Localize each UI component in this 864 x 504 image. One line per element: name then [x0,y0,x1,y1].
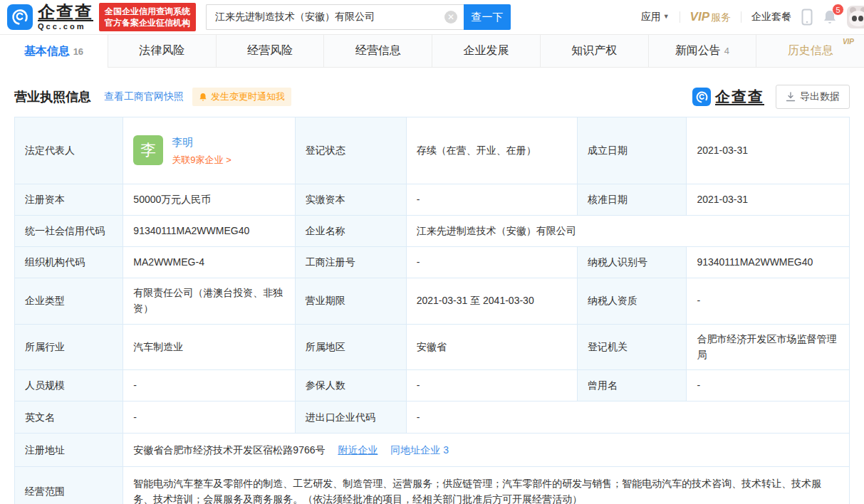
tab-legal-risk[interactable]: 法律风险 [108,35,217,67]
credit-system-badge-line1: 全国企业信用查询系统 [105,6,190,17]
field-label-paid-capital: 实缴资本 [295,184,406,216]
table-row: 法定代表人 李 李明 关联9家企业 > 登记状态 存续（在营、开业、在册） 成立… [15,117,850,184]
field-label-import-export-code: 进出口企业代码 [295,401,406,434]
field-label-legal-rep: 法定代表人 [15,117,123,184]
field-label-industry: 所属行业 [15,325,123,370]
field-label-company-type: 企业类型 [15,278,123,325]
field-label-registration-status: 登记状态 [295,117,406,184]
field-value-import-export-code: - [406,401,849,434]
vip-tag: VIP [843,38,854,46]
search-button[interactable]: 查一下 [464,4,511,30]
notification-count-badge: 5 [832,4,844,16]
field-value-business-term: 2021-03-31 至 2041-03-30 [406,278,577,325]
related-companies-link[interactable]: 关联9家企业 > [172,153,231,167]
field-value-approval-date: 2021-03-31 [687,184,850,216]
qcc-logo-text: 企查查 [38,2,93,21]
field-value-registered-capital: 50000万元人民币 [123,184,295,216]
field-label-taxpayer-qualification: 纳税人资质 [577,278,687,325]
table-row: 所属行业 汽车制造业 所属地区 安徽省 登记机关 合肥市经济开发区市场监督管理局 [15,325,850,370]
notification-bell-icon[interactable]: 5 [823,9,837,25]
table-row: 经营范围 智能电动汽车整车及零部件的制造、工艺研发、制造管理、运营服务；供应链管… [15,467,850,504]
field-label-staff-size: 人员规模 [15,370,123,401]
enterprise-package-menu[interactable]: 企业套餐 [751,11,791,23]
tab-news-announcements[interactable]: 新闻公告4 [649,35,757,67]
table-row: 组织机构代码 MA2WWMEG-4 工商注册号 - 纳税人识别号 9134011… [15,247,850,278]
change-notify-chip[interactable]: 发生变更时通知我 [192,88,291,106]
vip-service-menu[interactable]: VIP服务 [690,10,731,24]
field-value-english-name: - [123,401,295,434]
section-header: 营业执照信息 查看工商官网快照 发生变更时通知我 企查查 [14,85,850,109]
legal-rep-avatar: 李 [133,135,163,165]
field-value-company-type: 有限责任公司（港澳台投资、非独资） [123,278,295,325]
qcc-logo[interactable]: 企查查 Qcc.com [7,4,93,31]
main-content: 营业执照信息 查看工商官网快照 发生变更时通知我 企查查 [0,68,864,504]
search-clear-icon[interactable]: ✕ [444,11,457,23]
tab-basic-info[interactable]: 基本信息16 [0,35,108,68]
tab-operation-info[interactable]: 经营信息 [324,35,432,67]
field-label-company-name: 企业名称 [295,216,406,247]
field-label-registration-authority: 登记机关 [577,325,687,370]
field-label-registered-capital: 注册资本 [15,184,123,216]
field-value-former-name: - [687,370,850,401]
table-row: 注册地址 安徽省合肥市经济技术开发区宿松路9766号 附近企业 同地址企业 3 [15,434,850,467]
credit-system-badge: 全国企业信用查询系统 官方备案企业征信机构 [99,3,196,31]
field-value-taxpayer-qualification: - [687,278,850,325]
legal-rep-name-link[interactable]: 李明 [172,134,231,150]
search-box: ✕ 查一下 [206,4,511,30]
table-row: 人员规模 - 参保人数 - 曾用名 - [15,370,850,401]
top-header: 企查查 Qcc.com 全国企业信用查询系统 官方备案企业征信机构 ✕ 查一下 … [0,0,864,34]
divider [680,11,680,23]
field-value-industry: 汽车制造业 [123,325,295,370]
chevron-down-icon: ▼ [663,13,670,20]
field-label-former-name: 曾用名 [577,370,687,401]
field-label-english-name: 英文名 [15,401,123,434]
field-value-registration-authority: 合肥市经济开发区市场监督管理局 [687,325,850,370]
field-value-region: 安徽省 [406,325,577,370]
field-value-insured-count: - [406,370,577,401]
download-icon [786,92,796,102]
nearby-companies-link[interactable]: 附近企业 [338,444,378,456]
tab-operation-risk[interactable]: 经营风险 [217,35,325,67]
company-tab-bar: 基本信息16 法律风险 经营风险 经营信息 企业发展 知识产权 新闻公告4 历史… [0,34,864,68]
table-row: 企业类型 有限责任公司（港澳台投资、非独资） 营业期限 2021-03-31 至… [15,278,850,325]
same-address-companies-link[interactable]: 同地址企业 3 [390,444,449,456]
field-label-business-term: 营业期限 [295,278,406,325]
field-label-region: 所属地区 [295,325,406,370]
qcc-watermark-text: 企查查 [715,87,764,107]
tab-company-development[interactable]: 企业发展 [432,35,541,67]
mobile-app-icon[interactable] [801,9,813,26]
field-value-legal-rep: 李 李明 关联9家企业 > [123,117,295,184]
field-value-company-name: 江来先进制造技术（安徽）有限公司 [406,216,849,247]
section-title: 营业执照信息 [14,88,91,105]
tab-history-info[interactable]: 历史信息VIP [756,35,864,67]
table-row: 注册资本 50000万元人民币 实缴资本 - 核准日期 2021-03-31 [15,184,850,216]
field-value-registration-status: 存续（在营、开业、在册） [406,117,577,184]
field-label-registered-address: 注册地址 [15,434,123,467]
field-label-credit-code: 统一社会信用代码 [15,216,123,247]
field-value-business-reg-number: - [406,247,577,278]
bell-icon [199,93,207,102]
apps-menu[interactable]: 应用▼ [641,11,670,23]
field-label-business-reg-number: 工商注册号 [295,247,406,278]
export-data-button[interactable]: 导出数据 [776,85,850,109]
field-label-insured-count: 参保人数 [295,370,406,401]
table-row: 英文名 - 进出口企业代码 - [15,401,850,434]
business-license-table: 法定代表人 李 李明 关联9家企业 > 登记状态 存续（在营、开业、在册） 成立… [14,117,850,504]
field-value-business-scope: 智能电动汽车整车及零部件的制造、工艺研发、制造管理、运营服务；供应链管理；汽车零… [123,467,850,504]
search-input[interactable] [206,4,464,30]
field-value-registered-address: 安徽省合肥市经济技术开发区宿松路9766号 附近企业 同地址企业 3 [123,434,850,467]
field-value-credit-code: 91340111MA2WWMEG40 [123,216,295,247]
field-label-business-scope: 经营范围 [15,467,123,504]
field-label-org-code: 组织机构代码 [15,247,123,278]
field-value-org-code: MA2WWMEG-4 [123,247,295,278]
field-value-establish-date: 2021-03-31 [687,117,850,184]
divider [741,11,741,23]
field-value-paid-capital: - [406,184,577,216]
business-snapshot-link[interactable]: 查看工商官网快照 [104,90,184,103]
field-label-taxpayer-id: 纳税人识别号 [577,247,687,278]
field-value-taxpayer-id: 91340111MA2WWMEG40 [687,247,850,278]
user-avatar[interactable] [847,6,864,28]
tab-intellectual-property[interactable]: 知识产权 [541,35,649,67]
qcc-logo-icon [7,4,33,30]
table-row: 统一社会信用代码 91340111MA2WWMEG40 企业名称 江来先进制造技… [15,216,850,247]
